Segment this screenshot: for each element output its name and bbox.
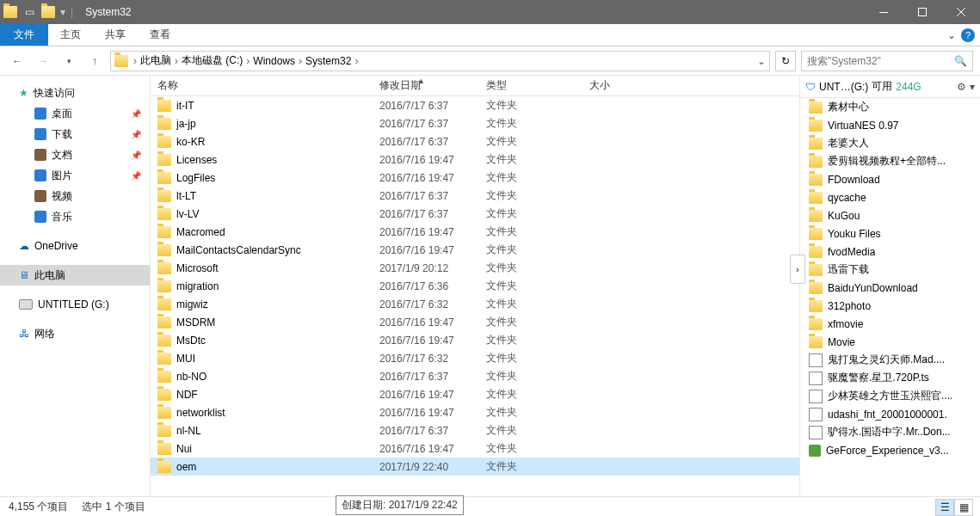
chevron-right-icon[interactable]: › <box>353 55 360 67</box>
file-date: 2016/7/16 19:47 <box>373 316 479 329</box>
file-list[interactable]: it-IT2016/7/17 6:37文件夹ja-jp2016/7/17 6:3… <box>151 96 799 496</box>
minimize-button[interactable] <box>864 0 903 24</box>
nav-label: 音乐 <box>52 210 72 224</box>
preview-item[interactable]: Youku Files <box>800 224 980 243</box>
file-tab[interactable]: 文件 <box>0 24 48 46</box>
column-size[interactable]: 大小 <box>582 78 669 93</box>
nav-quick-item[interactable]: 下载📌 <box>0 124 150 144</box>
crumb-thispc[interactable]: 此电脑 <box>139 53 173 68</box>
preview-item[interactable]: 少林英雄之方世玉洪熙官.... <box>800 387 980 405</box>
maximize-button[interactable] <box>903 0 941 24</box>
file-row[interactable]: migwiz2016/7/17 6:32文件夹 <box>151 295 799 313</box>
preview-list[interactable]: 素材中心VirtuaNES 0.97老婆大人爱剪辑视频教程+全部特...FDow… <box>800 98 980 496</box>
pc-icon: 🖥 <box>19 269 29 281</box>
preview-item[interactable]: xfmovie <box>800 315 980 333</box>
file-row[interactable]: Microsoft2017/1/9 20:12文件夹 <box>151 259 799 277</box>
recent-dropdown[interactable]: ▾ <box>59 51 79 71</box>
file-row[interactable]: MailContactsCalendarSync2016/7/16 19:47文… <box>151 241 799 259</box>
file-row[interactable]: NDF2016/7/16 19:47文件夹 <box>151 385 799 403</box>
file-row[interactable]: lv-LV2016/7/17 6:37文件夹 <box>151 205 799 223</box>
file-row[interactable]: Macromed2016/7/16 19:47文件夹 <box>151 223 799 241</box>
nav-this-pc[interactable]: 🖥 此电脑 <box>0 265 150 286</box>
file-row[interactable]: Licenses2016/7/16 19:47文件夹 <box>151 150 799 169</box>
preview-item[interactable]: 素材中心 <box>800 98 980 116</box>
chevron-right-icon[interactable]: › <box>132 55 139 67</box>
chevron-right-icon[interactable]: › <box>244 55 251 67</box>
details-view-button[interactable]: ☰ <box>935 499 954 516</box>
file-row[interactable]: Nui2016/7/16 19:47文件夹 <box>151 439 799 458</box>
crumb-system32[interactable]: System32 <box>304 55 353 67</box>
refresh-button[interactable]: ↻ <box>775 51 796 71</box>
preview-item[interactable]: 老婆大人 <box>800 134 980 152</box>
file-row[interactable]: MSDRM2016/7/16 19:47文件夹 <box>151 313 799 331</box>
search-input[interactable] <box>807 55 954 67</box>
nav-onedrive[interactable]: ☁ OneDrive <box>0 236 150 256</box>
qat-properties-icon[interactable]: ▭ <box>22 5 36 19</box>
tab-share[interactable]: 共享 <box>93 24 138 46</box>
search-box[interactable]: 🔍 <box>801 51 973 71</box>
address-bar[interactable]: › 此电脑 › 本地磁盘 (C:) › Windows › System32 ›… <box>110 51 770 71</box>
file-row[interactable]: migration2016/7/17 6:36文件夹 <box>151 277 799 295</box>
chevron-right-icon[interactable]: › <box>173 55 180 67</box>
file-row[interactable]: ko-KR2016/7/17 6:37文件夹 <box>151 132 799 150</box>
up-button[interactable]: ↑ <box>84 51 105 71</box>
nav-quick-access[interactable]: ★ 快速访问 <box>0 83 150 103</box>
preview-item[interactable]: BaiduYunDownload <box>800 279 980 297</box>
nav-untitled-drive[interactable]: UNTITLED (G:) <box>0 294 150 315</box>
address-dropdown-icon[interactable]: ⌄ <box>757 55 766 67</box>
file-row[interactable]: MUI2016/7/17 6:32文件夹 <box>151 349 799 367</box>
preview-item[interactable]: fvodMedia <box>800 243 980 261</box>
column-name[interactable]: 名称 <box>151 78 373 93</box>
drive-label[interactable]: UNT…(G:) <box>819 81 868 93</box>
preview-item[interactable]: VirtuaNES 0.97 <box>800 116 980 134</box>
preview-item[interactable]: udashi_fnt_20001000001. <box>800 405 980 423</box>
forward-button[interactable]: → <box>33 51 53 71</box>
chevron-right-icon[interactable]: › <box>297 55 304 67</box>
file-row[interactable]: MsDtc2016/7/16 19:47文件夹 <box>151 331 799 349</box>
preview-item[interactable]: qycache <box>800 188 980 206</box>
preview-item[interactable]: KuGou <box>800 206 980 224</box>
tab-view[interactable]: 查看 <box>138 24 182 46</box>
preview-item[interactable]: FDownload <box>800 170 980 188</box>
file-row[interactable]: it-IT2016/7/17 6:37文件夹 <box>151 96 799 114</box>
crumb-drive-c[interactable]: 本地磁盘 (C:) <box>180 53 244 68</box>
file-type: 文件夹 <box>479 441 582 456</box>
qat-newfolder-icon[interactable] <box>41 5 55 19</box>
close-button[interactable] <box>941 0 980 24</box>
file-row[interactable]: networklist2016/7/16 19:47文件夹 <box>151 403 799 421</box>
column-type[interactable]: 类型 <box>479 78 582 93</box>
nav-label: 快速访问 <box>34 86 75 101</box>
preview-item[interactable]: Movie <box>800 333 980 351</box>
nav-quick-item[interactable]: 文档📌 <box>0 144 150 165</box>
preview-item[interactable]: 驱魔警察.星卫.720P.ts <box>800 369 980 387</box>
column-date[interactable]: 修改日期 <box>373 78 479 93</box>
nav-quick-item[interactable]: 视频 <box>0 186 150 206</box>
tab-home[interactable]: 主页 <box>48 24 93 46</box>
file-row[interactable]: LogFiles2016/7/16 19:47文件夹 <box>151 169 799 187</box>
preview-item[interactable]: 迅雷下载 <box>800 261 980 279</box>
crumb-windows[interactable]: Windows <box>251 55 297 67</box>
navigation-pane[interactable]: ★ 快速访问 桌面📌下载📌文档📌图片📌视频音乐 ☁ OneDrive 🖥 此电脑… <box>0 76 151 496</box>
nav-network[interactable]: 🖧 网络 <box>0 323 150 344</box>
preview-item[interactable]: 爱剪辑视频教程+全部特... <box>800 152 980 170</box>
file-row[interactable]: ja-jp2016/7/17 6:37文件夹 <box>151 114 799 132</box>
preview-item[interactable]: 鬼打鬼之灵幻天师.Mad.... <box>800 351 980 369</box>
back-button[interactable]: ← <box>7 51 28 71</box>
gear-icon[interactable]: ⚙ <box>957 81 966 93</box>
search-icon[interactable]: 🔍 <box>954 55 967 67</box>
file-row[interactable]: nb-NO2016/7/17 6:37文件夹 <box>151 367 799 385</box>
file-row[interactable]: nl-NL2016/7/17 6:37文件夹 <box>151 421 799 439</box>
chevron-down-icon[interactable]: ▾ <box>970 81 975 93</box>
ribbon-expand-icon[interactable]: ⌄ <box>947 29 956 41</box>
qat-dropdown-icon[interactable]: ▾ <box>60 6 65 18</box>
help-icon[interactable]: ? <box>961 28 975 42</box>
icons-view-button[interactable]: ▦ <box>954 499 973 516</box>
preview-item[interactable]: GeForce_Experience_v3... <box>800 441 980 459</box>
nav-quick-item[interactable]: 音乐 <box>0 206 150 227</box>
nav-quick-item[interactable]: 桌面📌 <box>0 103 150 124</box>
file-row[interactable]: oem2017/1/9 22:40文件夹 <box>151 458 799 476</box>
preview-item[interactable]: 312photo <box>800 297 980 315</box>
file-row[interactable]: lt-LT2016/7/17 6:37文件夹 <box>151 187 799 205</box>
nav-quick-item[interactable]: 图片📌 <box>0 165 150 186</box>
preview-item[interactable]: 驴得水.国语中字.Mr..Don... <box>800 423 980 441</box>
